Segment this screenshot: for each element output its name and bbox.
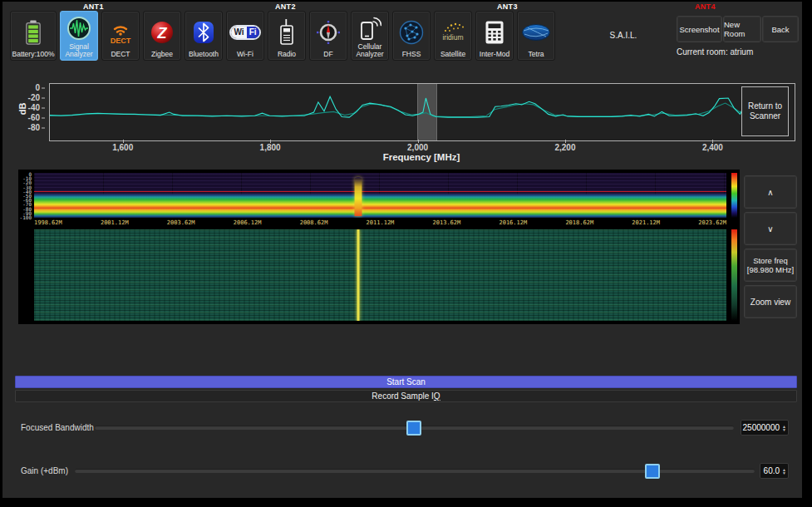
fhss-icon (399, 14, 424, 51)
x-tick-label: 1,800 (260, 143, 281, 152)
dect-label: DECT (111, 51, 130, 58)
spectrum-x-axis-label: Frequency [MHz] (49, 152, 794, 162)
fft-signal-peak (354, 177, 362, 215)
fft-spectrum-display[interactable] (34, 173, 726, 218)
window-frame-right (802, 0, 812, 507)
start-scan-button[interactable]: Start Scan (15, 376, 797, 388)
radio-button[interactable]: Radio (268, 11, 306, 61)
battery-label: Battery:100% (12, 51, 54, 58)
return-to-scanner-button[interactable]: Return to Scanner (741, 86, 789, 136)
y-tick-label: -20 (28, 93, 45, 102)
df-compass-icon (316, 14, 341, 51)
bluetooth-label: Bluetooth (189, 51, 219, 58)
fft-heatmap-band (34, 193, 726, 218)
inter-mod-button[interactable]: Inter-Mod (475, 11, 514, 61)
y-tick-label: -40 (28, 103, 45, 112)
tetra-label: Tetra (529, 51, 544, 58)
zigbee-button[interactable]: Z Zigbee (143, 11, 181, 61)
focused-bandwidth-spinbox[interactable]: 25000000 ▲▼ (741, 420, 789, 436)
waterfall-freq-label: 2008.62M (300, 219, 328, 228)
wifi-button[interactable]: WiFi Wi-Fi (226, 11, 264, 61)
waterfall-signal-line (357, 229, 359, 321)
svg-text:iridium: iridium (442, 33, 463, 42)
df-label: DF (323, 51, 332, 58)
battery-button[interactable]: Battery:100% (10, 11, 57, 61)
app-toolbar: Battery:100% Signal Analyzer DECT DECT (10, 11, 555, 61)
wifi-label: Wi-Fi (237, 51, 253, 58)
fft-max-hold-line (34, 191, 726, 192)
signal-analyzer-button[interactable]: Signal Analyzer (60, 11, 98, 61)
x-tick-label: 2,200 (554, 143, 575, 152)
waterfall-freq-label: 2003.62M (167, 219, 195, 228)
zigbee-label: Zigbee (151, 51, 173, 58)
store-freq-button[interactable]: Store freq [98.980 MHz] (744, 249, 797, 282)
focused-bandwidth-label: Focused Bandwidth (21, 423, 94, 432)
spinner-arrows-icon[interactable]: ▲▼ (782, 425, 786, 431)
store-freq-value: [98.980 MHz] (747, 265, 795, 274)
spectrum-traces (50, 84, 795, 140)
tetra-button[interactable]: Tetra (517, 11, 555, 61)
gain-slider-handle[interactable] (645, 464, 660, 479)
focused-bandwidth-slider-handle[interactable] (406, 421, 421, 436)
sail-label: S.A.I.L. (582, 31, 665, 40)
satellite-label: Satellite (440, 51, 465, 58)
back-button[interactable]: Back (762, 16, 799, 42)
record-sample-iq-button[interactable]: Record Sample IQ (15, 390, 797, 402)
spectrum-y-ticks: 0-20-40-60-80 (0, 83, 47, 140)
svg-text:DECT: DECT (111, 36, 131, 44)
bluetooth-button[interactable]: Bluetooth (185, 11, 223, 61)
window-frame-top (0, 0, 812, 2)
tetra-icon (521, 14, 551, 51)
frequency-down-button[interactable]: ∨ (744, 212, 797, 245)
gain-spinbox[interactable]: 60.0 ▲▼ (760, 463, 789, 479)
fft-db-scale: 0-10-20-30-40-50-60-70-80-90-100 (18, 172, 32, 219)
fft-colorbar (731, 173, 737, 218)
svg-text:Z: Z (157, 24, 168, 41)
antenna-label-ant3: ANT3 (497, 2, 518, 11)
waterfall-freq-label: 2021.12M (632, 219, 660, 228)
df-button[interactable]: DF (309, 11, 347, 61)
battery-icon (25, 14, 42, 51)
new-room-button[interactable]: New Room (723, 16, 761, 42)
waterfall-freq-label: 2011.12M (367, 219, 395, 228)
waterfall-colorbar (731, 229, 737, 321)
antenna-label-ant1: ANT1 (83, 2, 104, 11)
dect-icon: DECT (107, 14, 134, 51)
waterfall-freq-label: 2023.62M (698, 219, 726, 228)
dect-button[interactable]: DECT DECT (101, 11, 140, 61)
store-freq-label: Store freq (753, 256, 788, 265)
spectrum-plot[interactable]: Return to Scanner (49, 83, 795, 141)
antenna-label-ant4: ANT4 (695, 2, 716, 11)
signal-analyzer-label: Signal Analyzer (62, 43, 96, 58)
radio-label: Radio (278, 51, 296, 58)
waterfall-display[interactable] (34, 229, 726, 321)
frequency-up-button[interactable]: ∧ (744, 175, 797, 209)
record-sample-iq-label: Record Sample I (372, 391, 433, 401)
y-tick-label: -60 (28, 113, 45, 122)
fhss-label: FHSS (402, 51, 421, 58)
waterfall-freq-label: 2016.12M (499, 219, 527, 228)
fhss-button[interactable]: FHSS (392, 11, 431, 61)
fft-db-tick: -100 (20, 215, 32, 219)
spinner-arrows-icon[interactable]: ▲▼ (782, 468, 786, 475)
waterfall-panel: 0-10-20-30-40-50-60-70-80-90-100 1998.62… (18, 170, 740, 324)
screenshot-button[interactable]: Screenshot (677, 16, 722, 42)
inter-mod-label: Inter-Mod (480, 51, 509, 58)
y-tick-label: 0 (35, 82, 45, 91)
x-tick-label: 2,000 (407, 143, 428, 152)
satellite-button[interactable]: iridium Satellite (434, 11, 472, 61)
inter-mod-calculator-icon (485, 14, 504, 51)
zoom-view-button[interactable]: Zoom view (744, 285, 797, 318)
signal-analyzer-icon (66, 14, 91, 43)
waterfall-freq-label: 2018.62M (565, 219, 593, 228)
antenna-label-ant2: ANT2 (275, 2, 296, 11)
waterfall-freq-label: 2006.12M (234, 219, 262, 228)
radio-icon (278, 14, 295, 51)
cellular-analyzer-button[interactable]: Cellular Analyzer (351, 11, 389, 61)
waterfall-frequency-labels: 1998.62M2001.12M2003.62M2006.12M2008.62M… (34, 219, 726, 228)
gain-label: Gain (+dBm) (21, 466, 68, 475)
zigbee-icon: Z (150, 14, 174, 51)
cellular-analyzer-label: Cellular Analyzer (352, 43, 387, 58)
bluetooth-icon (193, 14, 214, 51)
record-sample-iq-accelerator: Q (434, 391, 440, 401)
